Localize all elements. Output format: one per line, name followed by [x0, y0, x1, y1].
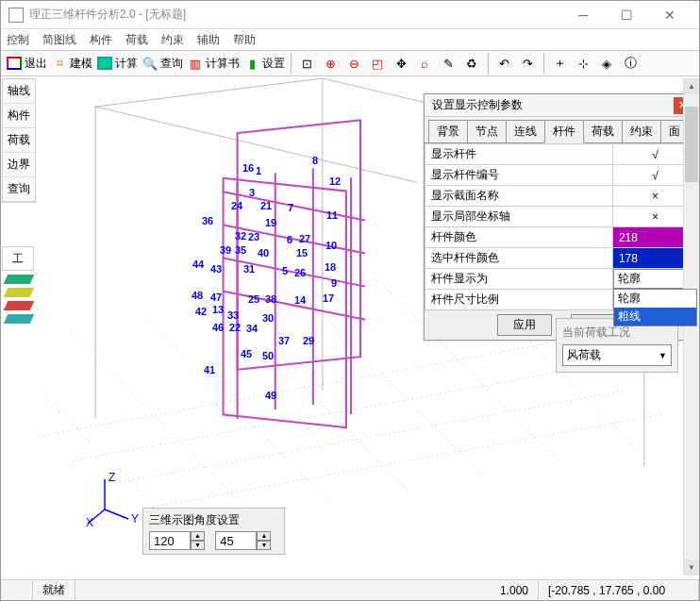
node-label: 38 [265, 293, 276, 305]
scroll-down-icon[interactable]: ▼ [684, 559, 699, 576]
model-button[interactable]: ⌗建模 [49, 52, 93, 75]
zoom-fit-icon[interactable]: ⌕ [413, 52, 436, 75]
sidetab-query[interactable]: 查询 [3, 177, 35, 202]
tab-constraint[interactable]: 约束 [622, 120, 661, 142]
tab-background[interactable]: 背景 [428, 120, 468, 142]
tab-node[interactable]: 节点 [467, 120, 507, 142]
tab-line[interactable]: 连线 [506, 120, 545, 142]
svg-line-3 [39, 343, 550, 438]
status-bar: 就绪 1.000 [-20.785 , 17.765 , 0.00 [1, 579, 699, 600]
node-label: 12 [329, 175, 341, 187]
sidetab-load[interactable]: 荷载 [3, 128, 35, 153]
menu-member[interactable]: 构件 [90, 32, 112, 48]
node-label: 16 [242, 162, 254, 174]
scroll-up-icon[interactable]: ▲ [684, 78, 699, 94]
sidetab-boundary[interactable]: 边界 [3, 153, 35, 177]
zoom-in-icon[interactable]: ⊕ [319, 52, 342, 75]
snap-icon[interactable]: ⊹ [572, 52, 594, 75]
spin-down-icon[interactable]: ▼ [191, 541, 205, 550]
add-icon[interactable]: ＋ [548, 52, 571, 75]
query-button[interactable]: 🔍查询 [140, 52, 184, 75]
panel-title: 设置显示控制参数 [432, 97, 674, 113]
window-title: 理正三维杆件分析2.0 - [无标题] [29, 7, 561, 23]
svg-line-1 [142, 414, 663, 509]
shape-yellow-icon[interactable] [4, 288, 35, 297]
menu-constraint[interactable]: 约束 [161, 32, 184, 48]
row-selected-color-label: 选中杆件颜色 [425, 248, 613, 269]
node-label: 34 [246, 323, 258, 334]
svg-line-24 [105, 509, 128, 519]
exit-button[interactable]: 退出 [4, 52, 48, 75]
angle-b-input[interactable] [215, 531, 257, 550]
tab-member[interactable]: 杆件 [544, 120, 584, 143]
svg-text:Z: Z [108, 472, 115, 484]
view-icon[interactable]: ◈ [595, 52, 618, 75]
sidetab-axis[interactable]: 轴线 [3, 79, 35, 104]
node-label: 14 [294, 294, 306, 306]
calc-button[interactable]: 计算 [94, 52, 139, 75]
scroll-thumb[interactable] [685, 107, 698, 182]
display-settings-panel: 设置显示控制参数 ✕ 背景 节点 连线 杆件 荷载 约束 面 显示杆件√ 显示杆… [424, 93, 699, 341]
shape-red-icon[interactable] [4, 301, 35, 310]
spin-up-icon[interactable]: ▲ [191, 531, 205, 541]
node-label: 31 [243, 263, 255, 275]
angle-a-input[interactable] [149, 531, 191, 550]
edit-icon[interactable]: ✎ [437, 52, 459, 75]
maximize-button[interactable]: ☐ [605, 2, 648, 28]
shape-toolbar: 工 [2, 246, 36, 327]
settings-grid: 显示杆件√ 显示杆件编号√ 显示截面名称× 显示局部坐标轴× 杆件颜色218 选… [425, 143, 698, 310]
node-label: 25 [248, 293, 259, 305]
zoom-window-icon[interactable]: ◰ [366, 52, 389, 75]
pan-icon[interactable]: ✥ [390, 52, 412, 75]
apply-button[interactable]: 应用 [497, 314, 552, 336]
node-label: 10 [325, 240, 337, 251]
zoom-extent-icon[interactable]: ⊡ [295, 52, 318, 75]
node-label: 22 [229, 322, 241, 333]
node-label: 43 [210, 263, 222, 275]
info-icon[interactable]: ⓘ [619, 52, 642, 75]
minimize-button[interactable]: ─ [561, 2, 605, 28]
sidetab-member[interactable]: 构件 [3, 104, 35, 128]
spin-up-icon[interactable]: ▲ [257, 531, 271, 541]
node-label: 41 [204, 364, 215, 376]
node-label: 24 [231, 200, 242, 211]
menu-sketch[interactable]: 简图线 [42, 32, 76, 48]
menu-help[interactable]: 帮助 [233, 32, 256, 48]
menu-control[interactable]: 控制 [7, 32, 29, 48]
node-label: 46 [212, 322, 224, 333]
spin-down-icon[interactable]: ▼ [257, 541, 271, 550]
tab-load[interactable]: 荷载 [583, 120, 623, 142]
node-label: 33 [227, 309, 239, 321]
redo-icon[interactable]: ↷ [516, 52, 539, 75]
shape-green-icon[interactable] [4, 275, 35, 284]
close-button[interactable]: ✕ [648, 2, 692, 28]
loadcase-label: 当前荷载工况 [562, 325, 672, 341]
loadcase-select[interactable]: 风荷载▼ [562, 344, 672, 366]
shape-teal-icon[interactable] [4, 314, 35, 324]
node-label: 19 [265, 217, 276, 228]
node-label: 37 [278, 335, 290, 346]
status-coords: [-20.785 , 17.765 , 0.00 [539, 580, 699, 600]
settings-button[interactable]: ▮设置 [242, 52, 286, 75]
zoom-out-icon[interactable]: ⊖ [342, 52, 365, 75]
node-label: 1 [256, 165, 261, 176]
node-label: 21 [260, 200, 272, 211]
vertical-scrollbar[interactable]: ▲ ▼ [683, 78, 699, 576]
dropdown-option-outline[interactable]: 轮廓 [614, 290, 696, 308]
node-label: 36 [202, 215, 213, 226]
angle-a-spinner[interactable]: ▲▼ [149, 531, 205, 550]
node-label: 50 [262, 350, 274, 361]
section-i-icon[interactable]: 工 [2, 246, 34, 271]
node-label: 44 [192, 259, 204, 270]
status-ready: 就绪 [33, 580, 75, 600]
node-label: 42 [195, 306, 207, 317]
menu-load[interactable]: 荷载 [125, 32, 148, 48]
app-icon [8, 8, 24, 23]
refresh-icon[interactable]: ♻ [460, 52, 483, 75]
dropdown-option-thick[interactable]: 粗线 [614, 308, 696, 326]
node-label: 27 [299, 233, 310, 244]
report-button[interactable]: ▥计算书 [185, 52, 241, 75]
menu-aux[interactable]: 辅助 [197, 32, 220, 48]
undo-icon[interactable]: ↶ [492, 52, 515, 75]
angle-b-spinner[interactable]: ▲▼ [215, 531, 271, 550]
